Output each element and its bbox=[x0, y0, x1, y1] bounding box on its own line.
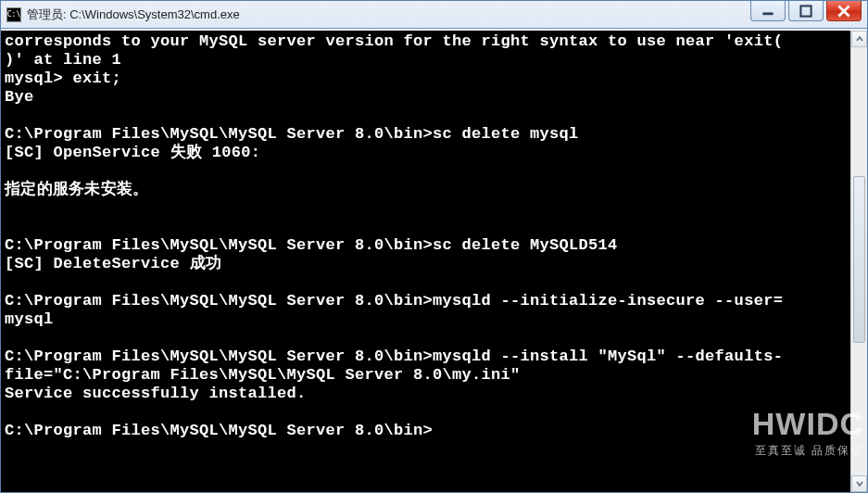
scroll-down-button[interactable] bbox=[851, 475, 867, 492]
titlebar[interactable]: C:\ 管理员: C:\Windows\System32\cmd.exe bbox=[1, 1, 867, 29]
chevron-up-icon bbox=[855, 34, 864, 44]
window-controls bbox=[750, 1, 867, 29]
close-icon bbox=[837, 5, 850, 18]
scroll-track[interactable] bbox=[851, 47, 867, 475]
scroll-up-button[interactable] bbox=[851, 31, 867, 47]
window-title: 管理员: C:\Windows\System32\cmd.exe bbox=[27, 6, 240, 23]
maximize-icon bbox=[799, 5, 812, 18]
minimize-icon bbox=[761, 5, 774, 18]
close-button[interactable] bbox=[826, 1, 862, 21]
cmd-icon: C:\ bbox=[6, 7, 21, 22]
cmd-window: C:\ 管理员: C:\Windows\System32\cmd.exe cor… bbox=[0, 0, 868, 493]
scroll-thumb[interactable] bbox=[853, 176, 865, 343]
maximize-button[interactable] bbox=[788, 1, 824, 21]
chevron-down-icon bbox=[855, 479, 864, 488]
svg-rect-1 bbox=[800, 6, 811, 16]
vertical-scrollbar[interactable] bbox=[850, 31, 867, 492]
terminal-output[interactable]: corresponds to your MySQL server version… bbox=[1, 31, 850, 492]
client-area: corresponds to your MySQL server version… bbox=[1, 29, 867, 492]
minimize-button[interactable] bbox=[750, 1, 786, 21]
